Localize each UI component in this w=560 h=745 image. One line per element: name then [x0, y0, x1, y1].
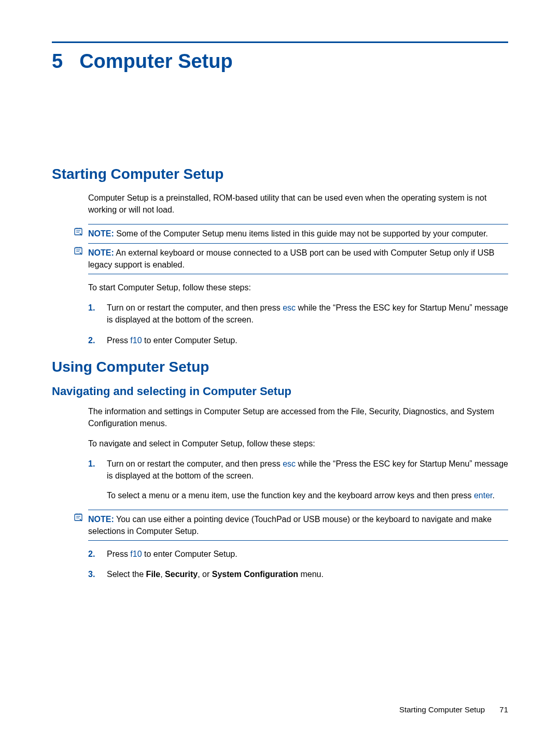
note-icon — [74, 227, 84, 240]
step-text: to enter Computer Setup. — [142, 550, 237, 558]
top-rule — [52, 41, 508, 43]
step-text: Turn on or restart the computer, and the… — [107, 459, 283, 468]
step-item: Select the File, Security, or System Con… — [88, 568, 508, 580]
note-block-2: NOTE: An external keyboard or mouse conn… — [88, 244, 508, 274]
note-text: Some of the Computer Setup menu items li… — [116, 229, 488, 238]
note-label: NOTE: — [88, 248, 114, 257]
step-item: Turn on or restart the computer, and the… — [88, 302, 508, 326]
note-block-3: NOTE: You can use either a pointing devi… — [88, 510, 508, 541]
note-label: NOTE: — [88, 515, 114, 524]
paragraph: The information and settings in Computer… — [88, 405, 508, 429]
key-esc: esc — [283, 303, 296, 312]
step-text: to enter Computer Setup. — [142, 336, 237, 345]
note-text: You can use either a pointing device (To… — [88, 515, 492, 536]
note-icon — [74, 246, 84, 259]
steps-list-2: Turn on or restart the computer, and the… — [88, 458, 508, 501]
page-footer: Starting Computer Setup 71 — [399, 705, 508, 714]
footer-section: Starting Computer Setup — [399, 705, 485, 714]
section-heading-using: Using Computer Setup — [52, 359, 508, 375]
chapter-title: Computer Setup — [79, 50, 233, 73]
key-f10: f10 — [130, 550, 142, 558]
key-enter: enter — [474, 491, 493, 500]
chapter-heading: 5 Computer Setup — [52, 50, 508, 73]
menu-security: Security — [165, 570, 198, 579]
steps-lead: To start Computer Setup, follow these st… — [88, 282, 508, 293]
step-text: , — [160, 570, 165, 579]
intro-paragraph: Computer Setup is a preinstalled, ROM-ba… — [88, 192, 508, 216]
footer-page-number: 71 — [499, 705, 508, 714]
paragraph: To navigate and select in Computer Setup… — [88, 438, 508, 449]
step-item: Press f10 to enter Computer Setup. — [88, 548, 508, 560]
step-item: Press f10 to enter Computer Setup. — [88, 334, 508, 346]
step-text: Press — [107, 336, 130, 345]
step-text: menu. — [298, 570, 324, 579]
note-text: An external keyboard or mouse connected … — [88, 248, 495, 269]
step-text: Press — [107, 550, 130, 558]
note-label: NOTE: — [88, 229, 114, 238]
key-f10: f10 — [130, 336, 142, 345]
step-text: Turn on or restart the computer, and the… — [107, 303, 283, 312]
step-text: , or — [198, 570, 212, 579]
chapter-number: 5 — [52, 50, 63, 73]
subsection-heading-navigating: Navigating and selecting in Computer Set… — [52, 385, 508, 398]
menu-file: File — [146, 570, 161, 579]
key-esc: esc — [283, 459, 296, 468]
note-icon — [74, 512, 84, 526]
step-text: Select the — [107, 570, 146, 579]
step-item: Turn on or restart the computer, and the… — [88, 458, 508, 501]
steps-list-2-cont: Press f10 to enter Computer Setup. Selec… — [88, 548, 508, 580]
step-text: To select a menu or a menu item, use the… — [107, 491, 474, 500]
step-text: . — [493, 491, 495, 500]
note-block-1: NOTE: Some of the Computer Setup menu it… — [88, 224, 508, 243]
section-heading-starting: Starting Computer Setup — [52, 166, 508, 182]
steps-list-1: Turn on or restart the computer, and the… — [88, 302, 508, 346]
step-subtext: To select a menu or a menu item, use the… — [107, 489, 508, 501]
menu-sysconfig: System Configuration — [212, 570, 298, 579]
